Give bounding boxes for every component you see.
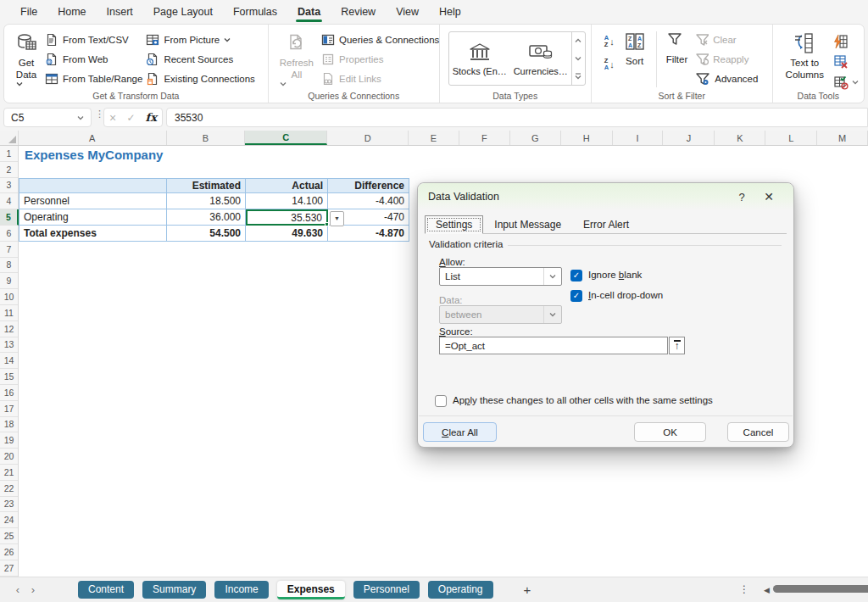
sheet-tab-operating[interactable]: Operating (428, 581, 493, 599)
apply-changes-checkbox[interactable]: Apply these changes to all other cells w… (435, 395, 713, 407)
currencies-gallery-item[interactable]: Currencies… (510, 32, 571, 85)
column-header-g[interactable]: G (510, 131, 561, 145)
row-label-cell[interactable]: Operating (19, 209, 167, 226)
row-header-17[interactable]: 17 (0, 401, 18, 417)
hscroll-thumb[interactable] (773, 585, 868, 593)
row-header-20[interactable]: 20 (0, 449, 18, 465)
from-table-range-button[interactable]: From Table/Range (45, 72, 142, 86)
cell-a1-title[interactable]: Expenses MyCompany (25, 148, 163, 162)
dialog-titlebar[interactable]: Data Validation ? ✕ (418, 183, 793, 210)
row-label-cell[interactable]: Total expenses (19, 226, 167, 242)
clear-all-button[interactable]: Clear All (423, 422, 497, 442)
in-cell-dropdown-button[interactable]: ▼ (330, 211, 344, 226)
column-header-h[interactable]: H (561, 131, 613, 145)
row-header-15[interactable]: 15 (0, 369, 18, 385)
value-cell[interactable]: -4.400 (328, 193, 409, 209)
value-cell[interactable]: 36.000 (167, 209, 246, 226)
row-header-9[interactable]: 9 (0, 273, 18, 289)
column-header-d[interactable]: D (327, 131, 409, 145)
row-header-23[interactable]: 23 (0, 497, 18, 513)
value-cell[interactable]: 54.500 (167, 226, 246, 242)
row-header-14[interactable]: 14 (0, 353, 18, 369)
remove-duplicates-icon[interactable] (833, 54, 859, 70)
sort-descending-button[interactable]: ZA↓ (602, 56, 617, 72)
table-header-cell[interactable]: Difference (328, 178, 409, 194)
ignore-blank-checkbox[interactable]: ✓ Ignore blank (570, 270, 642, 281)
column-header-l[interactable]: L (765, 131, 817, 145)
ribbon-tab-insert[interactable]: Insert (97, 1, 143, 24)
sheet-tab-personnel[interactable]: Personnel (353, 581, 420, 599)
ok-button[interactable]: OK (634, 422, 706, 442)
ribbon-tab-page-layout[interactable]: Page Layout (143, 1, 223, 24)
sort-button[interactable]: ZAAZ Sort (620, 30, 649, 70)
ribbon-tab-home[interactable]: Home (47, 1, 96, 24)
text-to-columns-button[interactable]: Text to Columns (782, 30, 828, 84)
stocks-gallery-item[interactable]: Stocks (En… (449, 32, 510, 85)
row-header-16[interactable]: 16 (0, 385, 18, 401)
select-all-corner[interactable] (0, 131, 19, 145)
gallery-more[interactable] (572, 67, 585, 85)
recent-sources-button[interactable]: Recent Sources (146, 53, 254, 66)
column-header-i[interactable]: I (613, 131, 664, 145)
row-header-13[interactable]: 13 (0, 337, 18, 354)
chevron-down-icon[interactable] (852, 80, 859, 85)
table-header-cell[interactable]: Estimated (167, 178, 246, 194)
ribbon-tab-view[interactable]: View (386, 1, 429, 24)
table-header-cell[interactable]: Actual (246, 178, 328, 194)
row-header-2[interactable]: 2 (0, 162, 18, 178)
ribbon-tab-file[interactable]: File (10, 1, 47, 24)
filter-button[interactable]: Filter (662, 30, 693, 68)
row-header-7[interactable]: 7 (0, 242, 18, 258)
sheet-nav-right-icon[interactable]: › (25, 583, 41, 596)
fill-handle[interactable] (325, 222, 329, 226)
in-cell-dropdown-checkbox[interactable]: ✓ In-cell drop-down (570, 290, 663, 302)
column-header-f[interactable]: F (459, 131, 510, 145)
column-header-j[interactable]: J (663, 131, 715, 145)
row-header-11[interactable]: 11 (0, 305, 18, 321)
from-web-button[interactable]: From Web (45, 53, 142, 66)
sheet-nav-left-icon[interactable]: ‹ (10, 583, 25, 596)
hscroll-left-icon[interactable]: ◀ (764, 586, 770, 594)
row-header-12[interactable]: 12 (0, 321, 18, 337)
gallery-scroll-down[interactable] (572, 50, 585, 68)
row-header-18[interactable]: 18 (0, 417, 18, 433)
from-picture-button[interactable]: From Picture (146, 33, 254, 47)
data-validation-icon[interactable] (833, 75, 849, 90)
row-header-5[interactable]: 5 (0, 209, 19, 226)
advanced-button[interactable]: Advanced (695, 72, 758, 86)
insert-function-icon[interactable]: fx (146, 111, 157, 124)
tab-split-grip[interactable]: ⋮ (739, 583, 749, 595)
row-header-19[interactable]: 19 (0, 432, 18, 449)
ribbon-tab-review[interactable]: Review (331, 1, 386, 24)
value-cell[interactable]: 49.630 (246, 226, 328, 242)
from-text-csv-button[interactable]: From Text/CSV (45, 33, 142, 47)
row-header-10[interactable]: 10 (0, 289, 18, 305)
row-header-26[interactable]: 26 (0, 544, 18, 560)
row-header-24[interactable]: 24 (0, 512, 18, 528)
enter-entry-icon[interactable]: ✓ (126, 112, 135, 124)
column-header-a[interactable]: A (19, 131, 167, 145)
collapse-dialog-button[interactable]: ↑ (669, 337, 685, 354)
column-header-b[interactable]: B (167, 131, 246, 145)
sort-ascending-button[interactable]: AZ↓ (602, 33, 617, 49)
cancel-button[interactable]: Cancel (727, 422, 789, 442)
new-sheet-button[interactable]: + (524, 582, 531, 597)
row-header-25[interactable]: 25 (0, 528, 18, 544)
value-cell[interactable]: -4.870 (328, 226, 409, 242)
name-box[interactable]: C5 (3, 108, 92, 127)
row-header-22[interactable]: 22 (0, 481, 18, 497)
column-header-m[interactable]: M (817, 131, 868, 145)
formula-input[interactable]: 35530 (166, 108, 868, 127)
selected-cell-c5[interactable]: 35.530 (246, 209, 328, 226)
row-header-21[interactable]: 21 (0, 465, 18, 481)
ribbon-tab-data[interactable]: Data (287, 1, 331, 24)
row-header-4[interactable]: 4 (0, 193, 18, 209)
cancel-entry-icon[interactable]: × (109, 111, 116, 125)
chevron-down-icon[interactable] (77, 115, 84, 120)
dialog-tab-input-message[interactable]: Input Message (483, 215, 572, 233)
column-header-e[interactable]: E (409, 131, 459, 145)
help-icon[interactable]: ? (729, 191, 754, 203)
column-header-c[interactable]: C (245, 131, 327, 145)
ribbon-tab-formulas[interactable]: Formulas (223, 1, 287, 24)
dialog-tab-error-alert[interactable]: Error Alert (572, 215, 640, 233)
